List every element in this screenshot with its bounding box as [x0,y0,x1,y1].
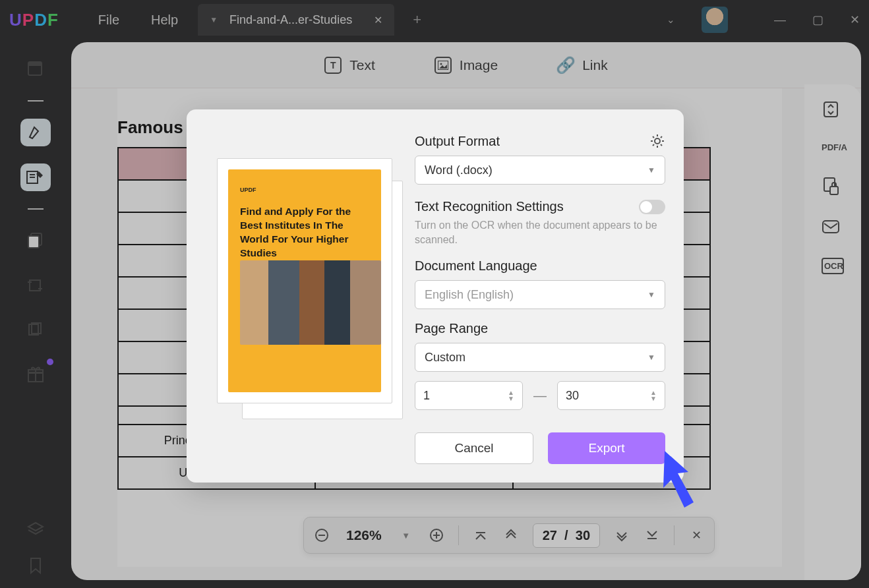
export-modal: UPDF Find and Apply For the Best Institu… [187,109,684,483]
export-settings: Output Format Word (.docx) ▼ Text Recogn… [415,129,665,463]
chevron-down-icon: ▼ [647,353,655,362]
language-select[interactable]: English (English) ▼ [415,280,665,309]
settings-gear-icon[interactable] [649,133,665,149]
language-value: English (English) [425,288,514,302]
range-from-input[interactable]: 1 ▲▼ [415,381,523,410]
range-to-input[interactable]: 30 ▲▼ [557,381,665,410]
page-range-label: Page Range [415,321,665,336]
range-separator: — [533,388,547,403]
output-format-label: Output Format [415,134,500,149]
chevron-down-icon: ▼ [647,165,655,175]
svg-line-34 [661,144,662,146]
thumb-title: Find and Apply For the Best Institutes I… [240,205,369,260]
page-range-value: Custom [425,351,465,365]
output-format-value: Word (.docx) [425,163,493,177]
stepper-arrows[interactable]: ▲▼ [650,390,657,401]
stepper-arrows[interactable]: ▲▼ [508,390,514,401]
ocr-hint: Turn on the OCR when the document appear… [415,218,665,247]
output-format-select[interactable]: Word (.docx) ▼ [415,156,665,185]
ocr-label: Text Recognition Settings [415,199,564,214]
svg-line-35 [653,144,654,146]
svg-line-36 [661,136,662,138]
document-thumbnail: UPDF Find and Apply For the Best Institu… [217,158,394,409]
svg-point-28 [655,138,660,144]
page-range-select[interactable]: Custom ▼ [415,343,665,372]
export-button[interactable]: Export [548,432,665,464]
svg-line-33 [653,136,654,138]
cancel-button[interactable]: Cancel [415,432,533,464]
ocr-toggle[interactable] [639,200,665,214]
chevron-down-icon: ▼ [647,290,655,299]
thumb-brand: UPDF [240,187,369,193]
thumb-photo [240,260,381,345]
language-label: Document Language [415,258,665,274]
